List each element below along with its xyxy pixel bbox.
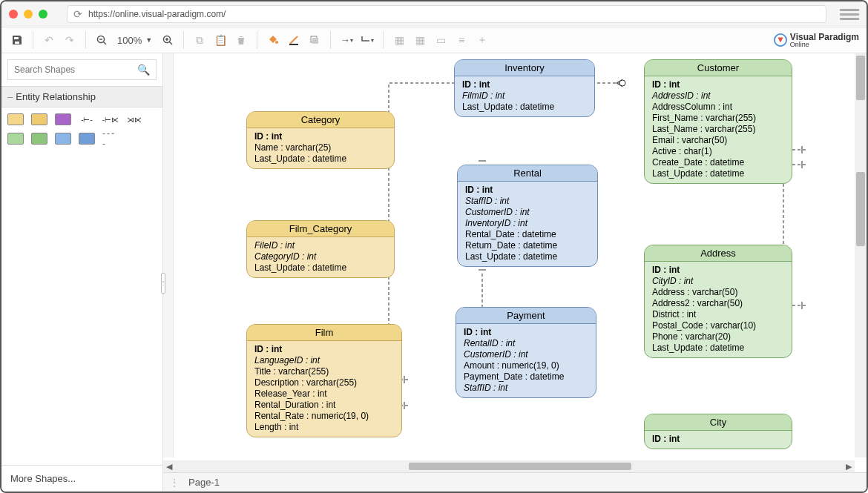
entity-payment[interactable]: PaymentID : intRentalID : intCustomerID … (456, 307, 596, 398)
zoom-level[interactable]: 100%▼ (114, 35, 155, 46)
ruler-left (163, 53, 174, 457)
entity-field: Last_Update : datetime (652, 168, 784, 179)
zoom-in-icon[interactable] (160, 32, 176, 48)
to-back-icon[interactable]: ▦ (412, 32, 428, 48)
canvas[interactable]: CategoryID : intName : varchar(25)Last_U… (163, 53, 867, 472)
entity-field: ID : int (464, 327, 588, 337)
entity-field: CityID : int (652, 276, 784, 286)
canvas-area: ⋮ (163, 53, 867, 492)
delete-icon[interactable] (233, 32, 249, 48)
entity-header: Category (247, 112, 394, 128)
entity-inventory[interactable]: InventoryID : intFilmID : intLast_Update… (454, 59, 595, 117)
shadow-icon[interactable] (306, 32, 323, 48)
connector-straight-icon[interactable]: →▾ (338, 32, 355, 48)
entity-field: Address2 : varchar(50) (652, 298, 784, 308)
scrollbar-thumb-v2[interactable] (856, 172, 865, 246)
entity-green2-shape[interactable] (31, 133, 47, 145)
entity-field: Rental_Date : datetime (465, 229, 590, 239)
url-text: https://online.visual-paradigm.com/ (88, 9, 226, 19)
entity-customer[interactable]: CustomerID : intAddressID : intAddressCo… (644, 59, 792, 184)
entity-fields: ID : intFilmID : intLast_Update : dateti… (455, 76, 594, 116)
relation-one-one-icon[interactable]: -⊢- (79, 113, 95, 125)
entity-fields: ID : int (645, 431, 792, 449)
entity-yellow-shape[interactable] (7, 113, 24, 125)
entity-rental[interactable]: RentalID : intStaffID : intCustomerID : … (457, 165, 598, 267)
entity-field: Email : varchar(50) (652, 135, 784, 145)
relation-one-many-icon[interactable]: -⊢⋉ (102, 113, 119, 125)
fill-icon[interactable] (265, 32, 281, 48)
entity-field: Active : char(1) (652, 146, 784, 156)
group-icon[interactable]: ▭ (433, 32, 449, 48)
svg-rect-10 (312, 38, 318, 44)
entity-blue-shape[interactable] (55, 133, 71, 145)
entity-film_category[interactable]: Film_CategoryFileID : intCategoryID : in… (246, 220, 395, 278)
stroke-icon[interactable] (286, 32, 302, 48)
scrollbar-vertical[interactable] (855, 53, 867, 457)
entity-yellow2-shape[interactable] (31, 113, 47, 125)
search-icon[interactable]: 🔍 (137, 64, 150, 76)
sidebar: 🔍 – Entity Relationship -⊢- -⊢⋉ ⋊⋉ ---- … (1, 53, 163, 492)
entity-header: Inventory (455, 60, 594, 76)
align-icon[interactable]: ≡ (453, 32, 470, 48)
entity-header: Customer (645, 60, 792, 76)
undo-icon[interactable]: ↶ (41, 32, 57, 48)
dashed-line-shape[interactable]: ---- (102, 133, 119, 145)
entity-field: CustomerID : int (464, 349, 588, 360)
scroll-right-icon[interactable]: ▶ (843, 462, 855, 472)
entity-field: Last_Update : datetime (465, 251, 590, 262)
paste-icon[interactable]: 📋 (212, 32, 228, 48)
scrollbar-thumb-v1[interactable] (856, 56, 865, 100)
app-window: ⟳ https://online.visual-paradigm.com/ ↶ … (0, 0, 868, 493)
entity-fields: ID : intLanguageID : intTitle : varchar(… (247, 341, 401, 437)
add-icon[interactable]: ＋ (474, 32, 490, 48)
relation-many-many-icon[interactable]: ⋊⋉ (126, 113, 142, 125)
entity-field: Last_Update : datetime (652, 343, 784, 353)
vp-logo: Visual ParadigmOnline (774, 33, 859, 48)
scrollbar-thumb-h[interactable] (409, 463, 631, 470)
to-front-icon[interactable]: ▦ (391, 32, 407, 48)
entity-field: AddressID : int (652, 90, 784, 101)
hamburger-menu-icon[interactable] (840, 7, 859, 21)
entity-header: Film (247, 325, 401, 341)
sidebar-drag-handle[interactable]: ⋮ (161, 273, 165, 294)
reload-icon[interactable]: ⟳ (73, 8, 82, 20)
entity-field: AddressColumn : int (652, 102, 784, 112)
chevron-down-icon: ▼ (145, 36, 152, 44)
scrollbar-horizontal[interactable]: ◀ ▶ (163, 460, 855, 472)
save-icon[interactable] (9, 32, 25, 48)
entity-field: InventoryID : int (465, 218, 590, 228)
entity-field: ID : int (652, 265, 784, 275)
entity-field: Postal_Code : varchar(10) (652, 320, 784, 331)
entity-fields: FileID : intCategoryID : intLast_Update … (247, 237, 394, 277)
entity-blue2-shape[interactable] (79, 133, 95, 145)
entity-field: RentalID : int (464, 338, 588, 348)
svg-rect-8 (289, 44, 298, 45)
redo-icon[interactable]: ↷ (62, 32, 78, 48)
search-shapes-input[interactable] (14, 64, 137, 75)
entity-field: FilmID : int (462, 90, 587, 101)
zoom-out-icon[interactable] (93, 32, 110, 48)
search-shapes-box[interactable]: 🔍 (7, 59, 157, 80)
entity-category[interactable]: CategoryID : intName : varchar(25)Last_U… (246, 111, 395, 169)
copy-icon[interactable]: ⧉ (191, 32, 208, 48)
connector-elbow-icon[interactable]: ▾ (359, 32, 375, 48)
palette-header[interactable]: – Entity Relationship (1, 86, 162, 107)
minimize-button[interactable] (24, 10, 33, 19)
more-shapes-link[interactable]: More Shapes... (1, 465, 162, 492)
maximize-button[interactable] (39, 10, 47, 19)
entity-field: Last_Name : varchar(255) (652, 124, 784, 134)
url-bar[interactable]: ⟳ https://online.visual-paradigm.com/ (67, 5, 826, 23)
entity-fields: ID : intCityID : intAddress : varchar(50… (645, 262, 792, 357)
entity-purple-shape[interactable] (55, 113, 71, 125)
entity-field: StaffID : int (464, 383, 588, 393)
close-button[interactable] (9, 10, 18, 19)
entity-address[interactable]: AddressID : intCityID : intAddress : var… (644, 245, 792, 358)
entity-header: Address (645, 245, 792, 262)
scroll-left-icon[interactable]: ◀ (163, 462, 175, 472)
entity-film[interactable]: FilmID : intLanguageID : intTitle : varc… (246, 324, 402, 437)
entity-field: FileID : int (254, 240, 387, 251)
entity-city[interactable]: CityID : int (644, 414, 792, 449)
entity-green-shape[interactable] (7, 133, 24, 145)
pages-grip-icon[interactable]: ⋮ (168, 476, 181, 489)
page-tab[interactable]: Page-1 (181, 474, 227, 491)
